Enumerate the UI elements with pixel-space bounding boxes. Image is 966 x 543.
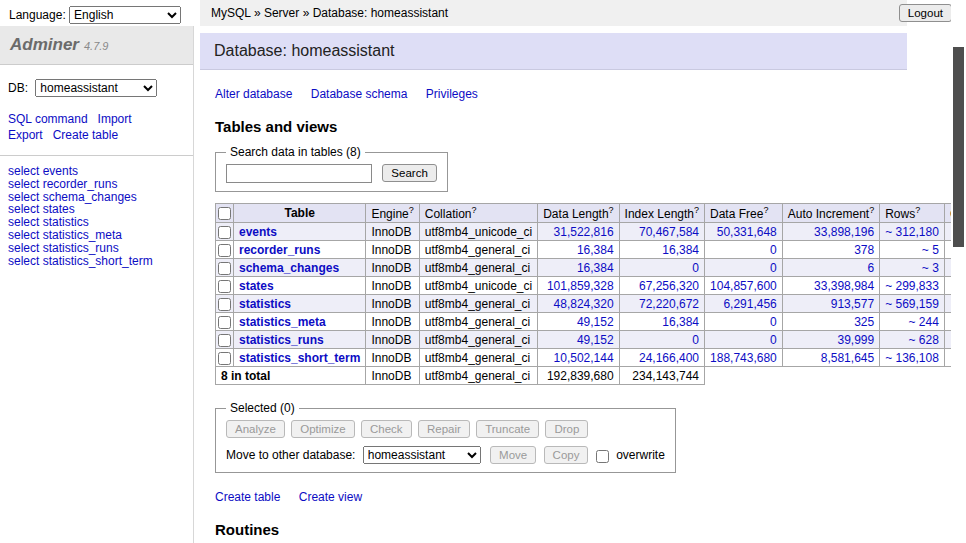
row-checkbox[interactable] — [218, 334, 231, 347]
overwrite-checkbox[interactable] — [596, 450, 609, 463]
table-link[interactable]: recorder_runs — [239, 243, 320, 257]
help-link[interactable]: ? — [471, 205, 476, 215]
optimize-button[interactable]: Optimize — [291, 420, 354, 438]
rows-link[interactable]: ~ 569,159 — [885, 297, 939, 311]
move-database-select[interactable]: homeassistant — [363, 446, 481, 464]
select-all-cell[interactable] — [216, 204, 234, 223]
data-length-link[interactable]: 10,502,144 — [554, 351, 614, 365]
database-schema-link[interactable]: Database schema — [311, 87, 408, 101]
rows-cell[interactable]: ~ 136,108 — [880, 349, 945, 367]
table-link[interactable]: schema_changes — [239, 261, 339, 275]
index-length-link[interactable]: 67,256,320 — [639, 279, 699, 293]
index-length-link[interactable]: 72,220,672 — [639, 297, 699, 311]
index-length-link[interactable]: 70,467,584 — [639, 225, 699, 239]
data-length-link[interactable]: 16,384 — [577, 243, 614, 257]
row-checkbox-cell[interactable] — [216, 331, 234, 349]
row-checkbox[interactable] — [218, 280, 231, 293]
sidebar-link-export[interactable]: Export — [8, 128, 43, 142]
alter-database-link[interactable]: Alter database — [215, 87, 292, 101]
truncate-button[interactable]: Truncate — [476, 420, 539, 438]
row-checkbox-cell[interactable] — [216, 313, 234, 331]
index-length-cell[interactable]: 72,220,672 — [619, 295, 704, 313]
scrollbar[interactable] — [951, 0, 966, 543]
index-length-cell[interactable]: 0 — [619, 331, 704, 349]
row-checkbox[interactable] — [218, 262, 231, 275]
drop-button[interactable]: Drop — [545, 420, 588, 438]
row-checkbox-cell[interactable] — [216, 259, 234, 277]
sidebar-item-select-statistics-short-term[interactable]: select statistics_short_term — [8, 255, 185, 268]
help-link[interactable]: ? — [915, 205, 920, 215]
scrollbar-thumb[interactable] — [953, 47, 964, 247]
row-checkbox-cell[interactable] — [216, 241, 234, 259]
create-view-link[interactable]: Create view — [299, 490, 362, 504]
copy-button[interactable]: Copy — [544, 446, 589, 464]
table-link[interactable]: events — [239, 225, 277, 239]
table-link[interactable]: statistics_short_term — [239, 351, 360, 365]
logout-button[interactable]: Logout — [899, 4, 952, 22]
repair-button[interactable]: Repair — [418, 420, 470, 438]
rows-link[interactable]: ~ 312,180 — [885, 225, 939, 239]
row-checkbox[interactable] — [218, 298, 231, 311]
sidebar-item-select-recorder-runs[interactable]: select recorder_runs — [8, 178, 185, 191]
data-length-link[interactable]: 16,384 — [577, 261, 614, 275]
help-link[interactable]: ? — [694, 205, 699, 215]
data-length-link[interactable]: 48,824,320 — [554, 297, 614, 311]
overwrite-label[interactable]: overwrite — [616, 448, 665, 462]
move-button[interactable]: Move — [490, 446, 536, 464]
sidebar-link-import[interactable]: Import — [98, 112, 132, 126]
data-length-cell[interactable]: 16,384 — [538, 259, 619, 277]
index-length-cell[interactable]: 70,467,584 — [619, 223, 704, 241]
index-length-cell[interactable]: 67,256,320 — [619, 277, 704, 295]
analyze-button[interactable]: Analyze — [226, 420, 285, 438]
help-link[interactable]: ? — [763, 205, 768, 215]
index-length-link[interactable]: 0 — [692, 333, 699, 347]
data-length-link[interactable]: 101,859,328 — [547, 279, 614, 293]
data-length-link[interactable]: 49,152 — [577, 315, 614, 329]
table-link[interactable]: statistics — [239, 297, 291, 311]
check-button[interactable]: Check — [361, 420, 412, 438]
rows-cell[interactable]: ~ 244 — [880, 313, 945, 331]
privileges-link[interactable]: Privileges — [426, 87, 478, 101]
rows-cell[interactable]: ~ 628 — [880, 331, 945, 349]
search-tables-input[interactable] — [226, 164, 372, 183]
row-checkbox-cell[interactable] — [216, 295, 234, 313]
rows-cell[interactable]: ~ 3 — [880, 259, 945, 277]
rows-link[interactable]: ~ 628 — [909, 333, 939, 347]
row-checkbox[interactable] — [218, 244, 231, 257]
table-link[interactable]: states — [239, 279, 274, 293]
data-length-link[interactable]: 49,152 — [577, 333, 614, 347]
index-length-cell[interactable]: 0 — [619, 259, 704, 277]
index-length-link[interactable]: 16,384 — [662, 315, 699, 329]
db-select[interactable]: homeassistant — [35, 79, 157, 97]
help-link[interactable]: ? — [409, 205, 414, 215]
index-length-link[interactable]: 0 — [692, 261, 699, 275]
rows-cell[interactable]: ~ 5 — [880, 241, 945, 259]
index-length-cell[interactable]: 24,166,400 — [619, 349, 704, 367]
data-length-cell[interactable]: 101,859,328 — [538, 277, 619, 295]
help-link[interactable]: ? — [869, 205, 874, 215]
sidebar-link-sql-command[interactable]: SQL command — [8, 112, 88, 126]
breadcrumb-mysql-link[interactable]: MySQL — [211, 6, 251, 20]
rows-link[interactable]: ~ 299,833 — [885, 279, 939, 293]
index-length-cell[interactable]: 16,384 — [619, 241, 704, 259]
rows-cell[interactable]: ~ 569,159 — [880, 295, 945, 313]
sidebar-item-select-statistics-meta[interactable]: select statistics_meta — [8, 229, 185, 242]
sidebar-item-select-events[interactable]: select events — [8, 165, 185, 178]
data-length-cell[interactable]: 48,824,320 — [538, 295, 619, 313]
data-length-link[interactable]: 31,522,816 — [554, 225, 614, 239]
index-length-cell[interactable]: 16,384 — [619, 313, 704, 331]
help-link[interactable]: ? — [609, 205, 614, 215]
sidebar-item-select-statistics-runs[interactable]: select statistics_runs — [8, 242, 185, 255]
row-checkbox-cell[interactable] — [216, 349, 234, 367]
row-checkbox-cell[interactable] — [216, 223, 234, 241]
index-length-link[interactable]: 16,384 — [662, 243, 699, 257]
index-length-link[interactable]: 24,166,400 — [639, 351, 699, 365]
rows-cell[interactable]: ~ 299,833 — [880, 277, 945, 295]
data-length-cell[interactable]: 49,152 — [538, 313, 619, 331]
app-name[interactable]: Adminer — [10, 35, 79, 54]
row-checkbox[interactable] — [218, 352, 231, 365]
rows-link[interactable]: ~ 136,108 — [885, 351, 939, 365]
data-length-cell[interactable]: 49,152 — [538, 331, 619, 349]
rows-link[interactable]: ~ 5 — [922, 243, 939, 257]
breadcrumb-server-link[interactable]: Server — [264, 6, 299, 20]
